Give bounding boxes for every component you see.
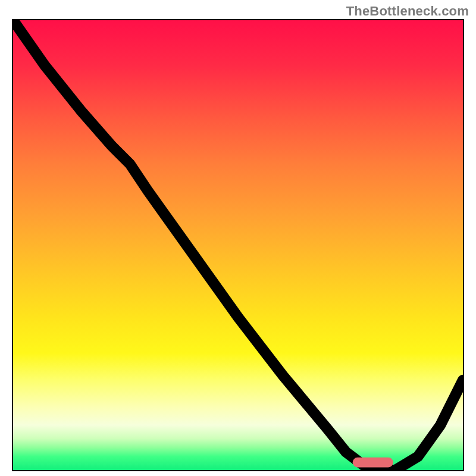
bottleneck-curve-line xyxy=(13,20,463,470)
watermark-text: TheBottleneck.com xyxy=(346,4,469,19)
chart-svg xyxy=(13,20,463,470)
optimal-range-marker xyxy=(353,458,393,468)
bottleneck-chart xyxy=(12,19,464,471)
